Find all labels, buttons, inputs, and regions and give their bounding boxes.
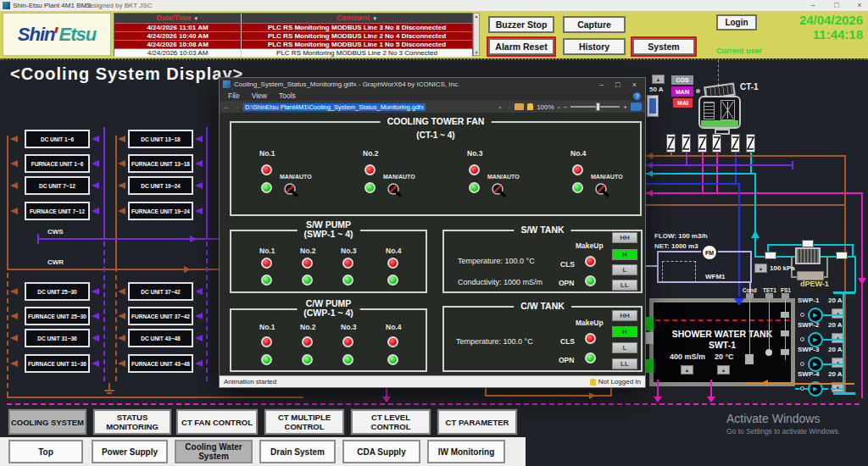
valve-icon[interactable] [666, 134, 676, 153]
popup-title-bar[interactable]: Cooling_System_Status_Monitoring.gdfx - … [220, 78, 645, 91]
level-l-button[interactable]: L [612, 342, 637, 353]
buzzer-stop-button[interactable]: Buzzer Stop [488, 16, 554, 33]
level-l-button[interactable]: L [612, 264, 637, 275]
unit-block[interactable]: FURNACE UNIT 43~48 [128, 354, 193, 373]
valve-icon[interactable] [712, 134, 721, 153]
menu-file[interactable]: File [228, 92, 240, 100]
alarm-ack-icon[interactable]: ▲ [754, 264, 767, 273]
minimize-icon[interactable]: – [807, 1, 819, 9]
alarm-row[interactable]: 4/24/2026 10:40 AMPLC RS Monitoring MODB… [114, 31, 472, 40]
nav-cda-supply[interactable]: CDA Supply [342, 440, 420, 463]
level-ll-button[interactable]: LL [612, 358, 637, 369]
unit-block[interactable]: DC UNIT 7~12 [25, 176, 90, 195]
flow-meter-icon[interactable]: FM [701, 244, 718, 261]
man-auto-switch[interactable] [594, 182, 611, 202]
nav-status-monitoring[interactable]: STATUS MONITORING [93, 409, 171, 435]
alarm-row[interactable]: 4/24/2026 10:03 AMPLC RS Monitoring MODB… [114, 48, 472, 57]
nav-power-supply[interactable]: Power Supply [92, 440, 168, 463]
popup-minimize-icon[interactable]: – [599, 80, 604, 89]
menu-view[interactable]: View [252, 92, 267, 100]
history-button[interactable]: History [563, 38, 626, 55]
pipe-segment [823, 339, 843, 341]
zoom-out-icon[interactable]: − [564, 103, 568, 111]
close-icon[interactable]: × [854, 1, 865, 9]
alarm-ack-icon[interactable]: ▲ [681, 365, 693, 374]
alarm-row[interactable]: 4/24/2026 10:08 AMPLC RS Monitoring MODB… [114, 40, 472, 48]
filter-icon[interactable]: ▼ [372, 16, 377, 21]
level-h-button[interactable]: H [612, 249, 637, 260]
nav-iw-monitoring[interactable]: IW Monitoring [427, 440, 505, 463]
man-auto-switch[interactable] [491, 182, 508, 202]
alarm-ack-icon[interactable]: ▲ [717, 365, 730, 374]
level-hh-button[interactable]: HH [612, 310, 637, 321]
zoom-dropdown-icon[interactable]: ▾ [558, 104, 560, 110]
unit-block[interactable]: FURNACE UNIT 25~30 [25, 307, 90, 325]
login-button[interactable]: Login [716, 14, 757, 31]
man-auto-switch[interactable] [387, 182, 403, 202]
status-login[interactable]: Not Logged In [598, 378, 641, 386]
layout-icon[interactable] [631, 103, 642, 111]
alarm-ack-icon[interactable]: ▲ [652, 75, 665, 84]
valve-icon[interactable] [682, 134, 691, 153]
maximize-icon[interactable]: □ [831, 1, 843, 9]
nav-drain-system[interactable]: Drain System [259, 440, 336, 463]
back-icon[interactable]: ← [223, 103, 230, 111]
cos-indicator[interactable]: COS [671, 75, 693, 85]
zoom-slider[interactable] [570, 106, 620, 108]
unit-block[interactable]: DC UNIT 1~6 [25, 130, 90, 148]
unit-block[interactable]: FURNACE UNIT 31~36 [25, 354, 90, 373]
capture-button[interactable]: Capture [563, 16, 626, 33]
nav-ct-multiple-control[interactable]: CT MULTIPLE CONTROL [264, 409, 344, 435]
system-button[interactable]: System [632, 38, 695, 55]
popup-close-icon[interactable]: × [632, 80, 637, 89]
nav-ct-fan-control[interactable]: CT FAN CONTROL [176, 409, 258, 435]
graphworx-window[interactable]: Cooling_System_Status_Monitoring.gdfx - … [219, 77, 646, 388]
nav-ct-level-control[interactable]: CT LEVEL CONTROL [351, 409, 431, 435]
menu-tools[interactable]: Tools [279, 92, 296, 100]
level-ll-button[interactable]: LL [612, 280, 637, 291]
unit-block[interactable]: FURNACE UNIT 7~12 [25, 202, 90, 220]
level-h-button[interactable]: H [612, 326, 637, 337]
valve-icon[interactable] [698, 134, 707, 153]
nav-ct-parameter[interactable]: CT PARAMETER [437, 409, 517, 435]
help-icon[interactable]: ? [633, 92, 641, 100]
alarm-reset-button[interactable]: Alarm Reset [488, 38, 554, 55]
unit-block[interactable]: FURNACE UNIT 1~6 [25, 154, 90, 173]
unit-block[interactable]: DC UNIT 31~36 [25, 329, 90, 347]
forward-icon[interactable]: → [233, 103, 240, 111]
nav-cooling-water-system[interactable]: Cooling Water System [175, 440, 253, 463]
unit-block[interactable]: FURNACE UNIT 19~24 [128, 202, 193, 220]
valve-icon[interactable] [746, 134, 755, 153]
unit-block[interactable]: DC UNIT 37~42 [128, 282, 193, 301]
nav-cooling-system[interactable]: COOLING SYSTEM [8, 409, 86, 435]
zoom-in-icon[interactable]: + [623, 103, 627, 111]
address-input[interactable]: D:\ShinEtsu Plant4M1\Cooling_System_Stat… [243, 103, 426, 111]
alarm-table[interactable]: Date/Time▼ Comment▼ 4/24/2026 11:01 AMPL… [114, 13, 473, 56]
unit-block[interactable]: DC UNIT 25~30 [25, 282, 90, 301]
valve-icon[interactable] [731, 134, 740, 153]
popup-maximize-icon[interactable]: □ [615, 80, 620, 89]
valve-icon[interactable] [836, 252, 848, 259]
man-indicator[interactable]: MAN [671, 86, 693, 97]
folder-icon[interactable] [515, 103, 524, 110]
alarm-table-scrollbar[interactable]: ▲▼ [473, 13, 480, 56]
unit-block[interactable]: DC UNIT 13~18 [128, 130, 193, 148]
mai-indicator[interactable]: MAI [673, 98, 693, 108]
unit-block[interactable]: DC UNIT 19~24 [128, 176, 193, 195]
nav-top[interactable]: Top [8, 440, 83, 463]
zoom-slider-thumb[interactable] [596, 103, 600, 111]
man-auto-switch[interactable] [283, 182, 300, 202]
valve-icon[interactable] [802, 240, 814, 247]
unit-block[interactable]: FURNACE UNIT 37~42 [128, 307, 193, 325]
pump-stop-lamp [261, 354, 272, 365]
alarm-row[interactable]: 4/24/2026 11:01 AMPLC RS Monitoring MODB… [114, 23, 472, 31]
unit-block[interactable]: DC UNIT 43~48 [128, 329, 193, 347]
level-hh-button[interactable]: HH [612, 232, 637, 243]
unit-block[interactable]: FURNACE UNIT 13~18 [128, 154, 193, 173]
pipe-segment [206, 241, 208, 381]
valve-icon[interactable] [765, 252, 776, 259]
go-icon[interactable]: → [504, 103, 511, 111]
filter-icon[interactable]: ▼ [193, 16, 198, 21]
flow-arrow-icon [118, 182, 125, 189]
address-dropdown-icon[interactable]: ▾ [498, 104, 501, 110]
